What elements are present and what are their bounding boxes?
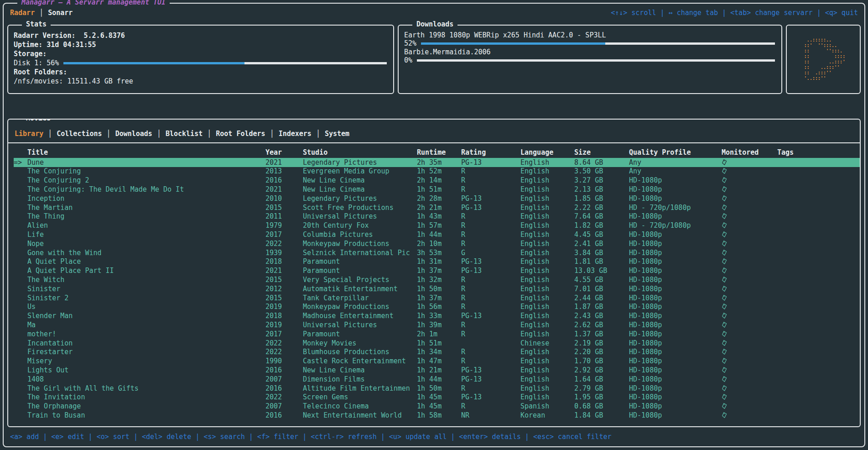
stats-panel: Stats Radarr Version:5.2.6.8376 Uptime:3… xyxy=(7,25,394,94)
movie-monitored xyxy=(722,257,777,266)
table-row[interactable]: Firestarter2022Blumhouse Productions1h 3… xyxy=(14,348,860,357)
movie-year: 2021 xyxy=(265,267,303,275)
table-row[interactable]: The Thing2011Universal Pictures1h 43mREn… xyxy=(14,212,860,221)
movie-monitored xyxy=(722,276,777,284)
movie-runtime: 1h 50m xyxy=(417,285,461,293)
table-row[interactable]: The Conjuring2013Evergreen Media Group1h… xyxy=(14,167,860,176)
table-row[interactable]: Life2017Columbia Pictures1h 44mREnglish4… xyxy=(14,230,860,239)
table-row[interactable]: The Martian2015Scott Free Productions2h … xyxy=(14,203,860,212)
col-studio: Studio xyxy=(303,148,417,157)
movie-quality-profile: HD-1080p xyxy=(629,303,722,311)
movie-runtime: 3h 53m xyxy=(417,249,461,257)
tag-icon xyxy=(722,403,728,409)
movie-size: 2.20 GB xyxy=(574,348,629,356)
table-row[interactable]: Nope2022Monkeypaw Productions2h 10mREngl… xyxy=(14,239,860,248)
movie-size: 4.45 GB xyxy=(574,230,629,239)
table-row[interactable]: Us2019Monkeypaw Productions1h 56mREnglis… xyxy=(14,303,860,312)
movie-title: The Girl with All the Gifts xyxy=(27,384,265,392)
movie-monitored xyxy=(722,348,777,356)
movie-quality-profile: HD-1080p xyxy=(629,402,722,410)
table-row[interactable]: Misery1990Castle Rock Entertainment1h 47… xyxy=(14,356,860,366)
table-row[interactable]: Sinister2012Automatik Entertainment1h 50… xyxy=(14,284,860,293)
table-row[interactable]: The Conjuring: The Devil Made Me Do It20… xyxy=(14,185,860,194)
movie-year: 2016 xyxy=(265,366,303,374)
movie-monitored xyxy=(722,411,777,419)
movie-language: English xyxy=(520,212,574,220)
table-row[interactable]: Train to Busan2016Next Entertainment Wor… xyxy=(14,411,860,420)
movie-monitored xyxy=(722,230,777,239)
table-row[interactable]: mother!2017Paramount2h 1mREnglish1.37 GB… xyxy=(14,330,860,339)
table-row[interactable]: =>Dune2021Legendary Pictures2h 35mPG-13E… xyxy=(14,158,860,167)
uptime-label: Uptime: xyxy=(14,40,42,49)
movie-quality-profile: Any xyxy=(629,158,722,167)
movie-runtime: 1h 34m xyxy=(417,348,461,356)
tab-separator: │ xyxy=(265,130,279,138)
tab-collections[interactable]: Collections xyxy=(57,130,102,138)
movie-language: English xyxy=(520,204,574,212)
movie-year: 2017 xyxy=(265,230,303,239)
movie-monitored xyxy=(722,158,777,167)
movie-quality-profile: HD-1080p xyxy=(629,321,722,329)
uptime-value: 31d 04:31:55 xyxy=(47,40,96,49)
movie-title: The Orphanage xyxy=(27,402,265,410)
movie-rating: R xyxy=(461,294,520,302)
table-row[interactable]: Ma2019Universal Pictures1h 39mREnglish2.… xyxy=(14,320,860,330)
movie-language: Chinese xyxy=(520,339,574,347)
movie-studio: Columbia Pictures xyxy=(303,230,417,239)
tab-system[interactable]: System xyxy=(325,130,349,138)
movie-runtime: 2h 35m xyxy=(417,158,461,167)
tab-indexers[interactable]: Indexers xyxy=(279,130,312,138)
movie-monitored xyxy=(722,267,777,275)
movie-year: 1979 xyxy=(265,221,303,230)
movie-title: Lights Out xyxy=(27,366,265,374)
movie-language: Korean xyxy=(520,411,574,419)
table-row[interactable]: The Conjuring 22016New Line Cinema2h 14m… xyxy=(14,176,860,185)
tag-icon xyxy=(722,276,728,283)
movie-runtime: 1h 58m xyxy=(417,411,461,419)
movie-quality-profile: HD-1080p xyxy=(629,212,722,220)
tab-library[interactable]: Library xyxy=(15,130,43,138)
movie-rating: G xyxy=(461,249,520,257)
movie-year: 2010 xyxy=(265,194,303,203)
table-row[interactable]: Lights Out2016New Line Cinema1h 21mPG-13… xyxy=(14,366,860,375)
movie-title: Nope xyxy=(27,240,265,248)
table-row[interactable]: Alien197920th Century Fox1h 57mREnglish1… xyxy=(14,221,860,230)
tab-radarr[interactable]: Radarr xyxy=(10,9,35,17)
table-row[interactable]: The Girl with All the Gifts2016Altitude … xyxy=(14,384,860,393)
tag-icon xyxy=(722,186,728,193)
table-row[interactable]: Incantation2022Monkey Movies1h 51mChines… xyxy=(14,339,860,348)
table-row[interactable]: Inception2010Legendary Pictures2h 28mPG-… xyxy=(14,194,860,203)
movie-year: 2016 xyxy=(265,384,303,392)
table-row[interactable]: The Invitation2022Screen Gems1h 45mPG-13… xyxy=(14,393,860,402)
table-row[interactable]: 14082007Dimension Films1h 44mPG-13Englis… xyxy=(14,375,860,384)
tab-sonarr[interactable]: Sonarr xyxy=(48,9,73,17)
movie-runtime: 2h 1m xyxy=(417,330,461,338)
table-row[interactable]: Gone with the Wind1939Selznick Internati… xyxy=(14,248,860,257)
table-row[interactable]: The Orphanage2007Telecinco Cinema1h 45mR… xyxy=(14,402,860,411)
movie-runtime: 1h 33m xyxy=(417,312,461,320)
version-label: Radarr Version: xyxy=(14,31,75,40)
movie-language: English xyxy=(520,330,574,338)
table-row[interactable]: Sinister 22015Tank Caterpillar1h 37mREng… xyxy=(14,293,860,303)
movie-runtime: 1h 56m xyxy=(417,303,461,311)
movie-runtime: 2h 10m xyxy=(417,240,461,248)
table-row[interactable]: A Quiet Place2018Paramount1h 31mPG-13Eng… xyxy=(14,257,860,267)
table-row[interactable]: The Witch2015Very Special Projects1h 32m… xyxy=(14,275,860,284)
movie-size: 2.62 GB xyxy=(574,321,629,329)
movie-runtime: 1h 37m xyxy=(417,267,461,275)
col-monitored: Monitored xyxy=(722,148,777,157)
movie-language: English xyxy=(520,185,574,194)
movie-monitored xyxy=(722,312,777,320)
tab-root-folders[interactable]: Root Folders xyxy=(216,130,265,138)
movie-title: Dune xyxy=(27,158,265,167)
movie-size: 2.43 GB xyxy=(574,312,629,320)
movie-title: Us xyxy=(27,303,265,311)
tab-downloads[interactable]: Downloads xyxy=(115,130,152,138)
table-row[interactable]: A Quiet Place Part II2021Paramount1h 37m… xyxy=(14,266,860,275)
movie-year: 2007 xyxy=(265,375,303,383)
movie-runtime: 1h 50m xyxy=(417,384,461,392)
table-row[interactable]: Slender Man2018Madhouse Entertainment1h … xyxy=(14,311,860,320)
col-year: Year xyxy=(265,148,303,157)
tab-blocklist[interactable]: Blocklist xyxy=(166,130,203,138)
movie-quality-profile: HD-1080p xyxy=(629,249,722,257)
